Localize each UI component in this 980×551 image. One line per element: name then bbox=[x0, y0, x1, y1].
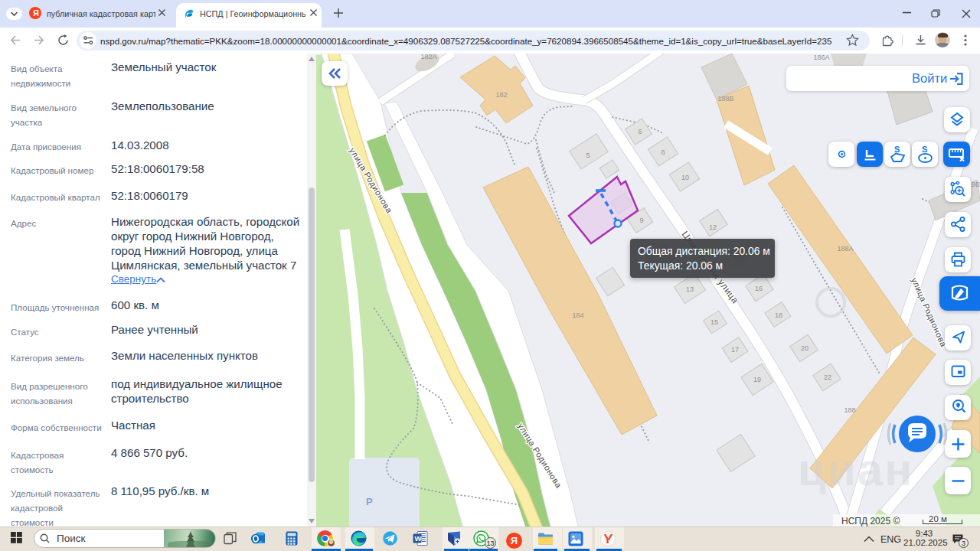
svg-text:20: 20 bbox=[801, 344, 808, 352]
svg-text:184: 184 bbox=[572, 311, 583, 319]
svg-text:188A: 188A bbox=[837, 245, 853, 253]
svg-text:9: 9 bbox=[639, 217, 643, 224]
svg-text:5: 5 bbox=[586, 152, 590, 159]
svg-text:W: W bbox=[414, 534, 421, 543]
svg-text:Р: Р bbox=[366, 496, 373, 507]
svg-text:16: 16 bbox=[755, 285, 763, 292]
svg-text:17: 17 bbox=[731, 346, 739, 354]
svg-text:19: 19 bbox=[753, 376, 761, 383]
svg-text:10: 10 bbox=[681, 174, 689, 181]
svg-text:188B: 188B bbox=[717, 95, 733, 103]
svg-text:186A: 186A bbox=[813, 54, 829, 61]
svg-text:15: 15 bbox=[710, 318, 718, 326]
svg-text:S: S bbox=[894, 145, 900, 154]
svg-text:8: 8 bbox=[661, 148, 665, 156]
svg-text:22: 22 bbox=[824, 373, 831, 381]
svg-text:6: 6 bbox=[638, 128, 642, 135]
svg-text:13: 13 bbox=[686, 285, 694, 293]
svg-text:182: 182 bbox=[495, 91, 507, 99]
svg-text:S: S bbox=[922, 145, 927, 154]
svg-text:188: 188 bbox=[844, 406, 855, 414]
svg-text:182A: 182A bbox=[420, 54, 436, 60]
svg-text:12: 12 bbox=[709, 223, 717, 231]
svg-text:18: 18 bbox=[775, 311, 782, 319]
